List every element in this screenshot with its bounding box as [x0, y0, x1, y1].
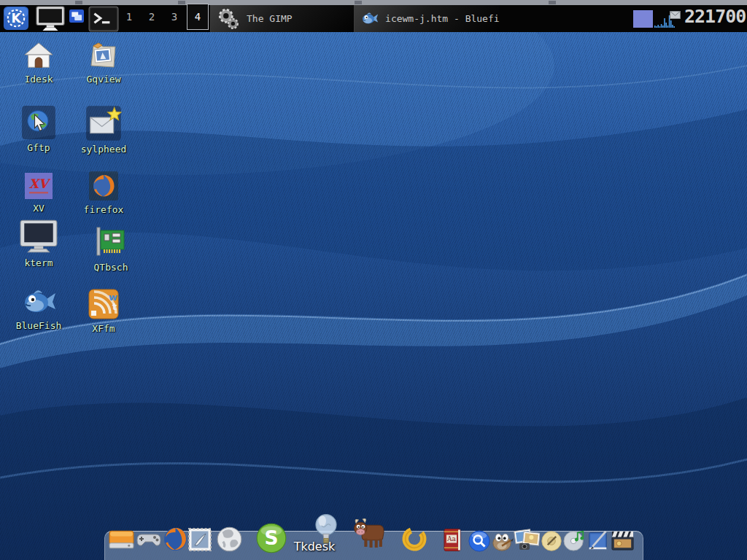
desktop-icon-xv[interactable]: XV XV: [5, 171, 72, 214]
desktop-icon-label: sylpheed: [81, 144, 127, 155]
mailbox-icon[interactable]: [670, 11, 681, 19]
desktop-icon-label: Gftp: [27, 142, 50, 153]
desktop-icon-qtbsch[interactable]: QTbsch: [77, 225, 144, 273]
desktop-icon-label: XV: [33, 203, 44, 214]
start-menu-button[interactable]: K: [3, 7, 29, 30]
gimp-gears-icon: [217, 7, 240, 31]
dock-item-dictionary[interactable]: Aa: [441, 527, 465, 553]
strip-tick: [355, 1, 362, 4]
dock-item-skype[interactable]: S: [255, 522, 287, 554]
dock-item-search[interactable]: [468, 529, 491, 553]
xv-logo-icon: XV: [23, 171, 55, 201]
skype-icon: S: [255, 522, 287, 554]
dock-item-disc[interactable]: [541, 530, 562, 552]
terminal-icon: [88, 6, 119, 32]
xffm-icon: w t: [87, 287, 120, 321]
desktop-icon-label: kterm: [24, 257, 53, 268]
dock-item-cow[interactable]: [352, 517, 386, 550]
kde-start-icon: K: [3, 7, 29, 30]
globe-icon: [216, 526, 243, 553]
svg-text:K: K: [11, 11, 21, 26]
dock-item-globe[interactable]: [216, 526, 243, 553]
strip-tick: [549, 1, 556, 4]
workspace-button-4[interactable]: 4: [187, 4, 209, 30]
home-icon: [23, 41, 54, 71]
taskbar-task-gimp[interactable]: The GIMP: [210, 5, 354, 32]
photos-icon: [514, 527, 540, 552]
firefox-icon: [163, 526, 188, 552]
dock-item-removable-drive[interactable]: [109, 526, 134, 552]
dock-item-gimp[interactable]: [490, 529, 514, 553]
desktop-icon-firefox[interactable]: firefox: [70, 170, 137, 215]
dock-item-movie[interactable]: [611, 528, 635, 552]
desktop-icon-gftp[interactable]: Gftp: [5, 105, 72, 153]
svg-text:Aa: Aa: [446, 535, 456, 542]
workspace-button-1[interactable]: 1: [118, 4, 140, 30]
gamepad-icon: [136, 528, 162, 553]
show-desktop-button[interactable]: [34, 6, 67, 32]
desktop-icon-label: BlueFish: [16, 320, 62, 331]
desktop-icon-label: QTbsch: [94, 262, 128, 273]
desktop-icon-label: XFfm: [92, 323, 115, 334]
window-list-icon: [69, 9, 84, 23]
taskbar-top-strip: [0, 0, 747, 5]
svg-text:XV: XV: [29, 176, 51, 191]
dock-item-label-tkdesk: Tkdesk: [290, 540, 338, 553]
desktop-icon-label: Gqview: [87, 74, 121, 85]
disc-icon: [541, 530, 562, 552]
globe-cursor-icon: [21, 105, 56, 140]
mail-stamp-icon: [187, 527, 212, 552]
desktop-icon-idesk[interactable]: Idesk: [5, 41, 72, 85]
task-label: icewm-j.htm - Bluefis...: [385, 13, 500, 24]
taskbar-clock[interactable]: 221700: [684, 7, 746, 27]
dock-item-mail[interactable]: [187, 527, 212, 552]
svg-text:t: t: [112, 301, 117, 312]
dock-item-firefox[interactable]: [163, 526, 188, 552]
cow-icon: [352, 517, 386, 550]
desktop-icon-label: firefox: [84, 204, 124, 215]
strip-tick: [75, 1, 82, 4]
dock-item-journal[interactable]: [587, 529, 609, 552]
taskbar: K 1 2 3 4: [0, 0, 747, 32]
circuit-card-icon: [93, 225, 128, 260]
removable-drive-icon: [109, 526, 134, 552]
mail-star-icon: [85, 105, 122, 141]
monitor-icon: [19, 219, 58, 255]
blue-fish-icon: [20, 286, 57, 318]
bluefish-icon: [360, 9, 379, 28]
svg-text:S: S: [264, 526, 278, 549]
window-list-button[interactable]: [69, 9, 84, 23]
desktop-icon-sylpheed[interactable]: sylpheed: [70, 105, 137, 155]
workspace-button-2[interactable]: 2: [141, 4, 163, 30]
firefox-icon: [88, 170, 120, 202]
cpu-monitor-applet[interactable]: [633, 10, 653, 28]
desktop-icon-xffm[interactable]: w t XFfm: [70, 287, 137, 334]
dock-item-gamepad[interactable]: [136, 528, 162, 553]
gimp-wilber-icon: [490, 529, 514, 553]
desktop-icon-label: Idesk: [24, 74, 53, 85]
music-cd-icon: [563, 529, 587, 552]
dock-item-office[interactable]: [400, 525, 428, 553]
dictionary-icon: Aa: [441, 527, 465, 553]
image-folder-icon: [88, 39, 120, 71]
desktop-icon-kterm[interactable]: kterm: [5, 219, 72, 268]
workspace-button-3[interactable]: 3: [163, 4, 185, 30]
desktop-icon-bluefish[interactable]: BlueFish: [5, 286, 72, 331]
task-label: The GIMP: [247, 13, 293, 24]
taskbar-task-bluefish[interactable]: icewm-j.htm - Bluefis...: [354, 5, 500, 32]
search-icon: [468, 529, 491, 553]
desktop-icon-gqview[interactable]: Gqview: [70, 39, 137, 85]
movie-clapper-icon: [611, 528, 635, 552]
dock-item-photos[interactable]: [514, 527, 540, 552]
dock-item-music[interactable]: [563, 529, 587, 552]
show-desktop-monitor-icon: [34, 6, 67, 32]
terminal-launcher-button[interactable]: [88, 6, 119, 32]
office-icon: [400, 525, 428, 553]
journal-pen-icon: [587, 529, 609, 552]
